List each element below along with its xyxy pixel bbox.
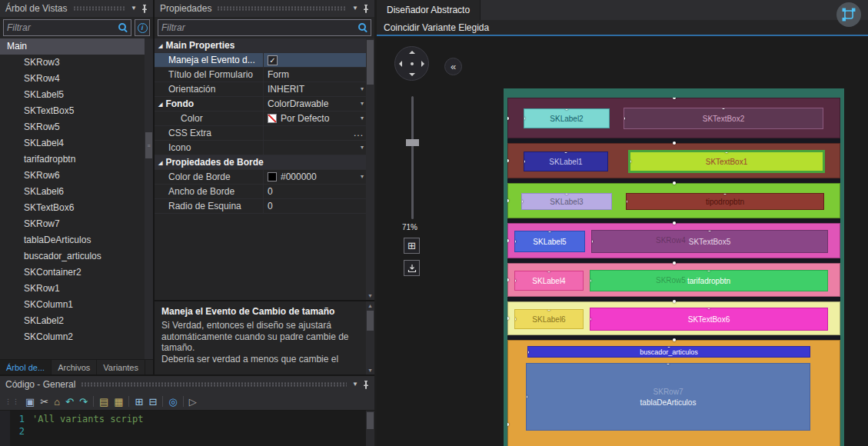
designer-control-tabla-de-articulos[interactable]: SKRow7 tablaDeArticulos bbox=[526, 363, 810, 431]
tree-item[interactable]: SKRow4 bbox=[0, 71, 153, 87]
variant-bar[interactable]: Coincidir Variante Elegida bbox=[377, 20, 868, 35]
dpad-right-icon[interactable] bbox=[421, 61, 424, 67]
tree-filter-input[interactable] bbox=[7, 22, 117, 33]
designer-control-sklabel1[interactable]: SKLabel1 bbox=[524, 151, 608, 171]
chevron-down-icon[interactable]: ▼ bbox=[131, 5, 137, 12]
property-row-resize-event[interactable]: Maneja el Evento d... ✓ bbox=[155, 53, 374, 68]
dpad-left-icon[interactable] bbox=[399, 61, 402, 67]
tree-item[interactable]: SKLabel6 bbox=[0, 184, 153, 200]
add-icon[interactable]: ⊞ bbox=[135, 397, 143, 407]
zoom-slider-thumb[interactable] bbox=[406, 139, 419, 146]
tree-item[interactable]: SKRow7 bbox=[0, 216, 153, 232]
tree-item[interactable]: SKColumn2 bbox=[0, 329, 153, 345]
checkbox-checked[interactable]: ✓ bbox=[268, 55, 278, 65]
tree-item[interactable]: SKContainer2 bbox=[0, 265, 153, 281]
tree-item[interactable]: SKLabel5 bbox=[0, 87, 153, 103]
color-swatch[interactable] bbox=[268, 172, 277, 181]
redo-icon[interactable]: ↷ bbox=[79, 397, 88, 407]
designer-control-sklabel5[interactable]: SKLabel5 bbox=[514, 231, 585, 252]
tab-variantes[interactable]: Variantes bbox=[97, 360, 145, 374]
chevron-down-icon[interactable]: ▾ bbox=[361, 145, 364, 151]
expander-icon[interactable]: ◢ bbox=[158, 43, 162, 48]
designer-control-sktextbox1[interactable]: SKTextBox1 bbox=[628, 150, 825, 173]
chevron-down-icon[interactable]: ▾ bbox=[361, 174, 364, 180]
property-row-border-width[interactable]: Ancho de Borde 0 bbox=[155, 185, 374, 199]
list-icon[interactable]: ▤ bbox=[99, 397, 108, 407]
tree-item[interactable]: SKLabel4 bbox=[0, 135, 153, 151]
property-row-form-title[interactable]: Título del Formulario Form bbox=[155, 68, 374, 82]
expander-icon[interactable]: ◢ bbox=[158, 102, 162, 107]
designer-row-skrow7[interactable]: buscador_articulos SKRow7 tablaDeArticul… bbox=[507, 340, 840, 446]
remove-icon[interactable]: ⊟ bbox=[148, 397, 157, 407]
designer-row-skrow5[interactable]: SKRow5 SKLabel4 tarifadropbtn bbox=[507, 263, 840, 297]
zoom-slider[interactable] bbox=[411, 96, 414, 219]
pin-icon[interactable] bbox=[141, 5, 148, 13]
cut-icon[interactable]: ✂ bbox=[40, 397, 48, 407]
scrollbar-thumb[interactable]: ≡ bbox=[145, 132, 152, 158]
designer-row-skrow4[interactable]: SKRow4 SKLabel5 SKTextBox5 bbox=[507, 223, 840, 258]
pin-icon[interactable] bbox=[362, 5, 370, 13]
tab-disenador-abstracto[interactable]: Diseñador Abstracto bbox=[377, 0, 481, 20]
designer-row-skrow1[interactable]: SKLabel2 SKTextBox2 bbox=[507, 98, 840, 138]
scrollbar-thumb[interactable] bbox=[367, 311, 374, 331]
scroll-down-icon[interactable]: ▼ bbox=[366, 366, 374, 374]
tree-item[interactable]: SKTextBox6 bbox=[0, 200, 153, 216]
designer-control-sktextbox2[interactable]: SKTextBox2 bbox=[624, 108, 823, 129]
table-icon[interactable]: ▦ bbox=[114, 397, 123, 407]
scrollbar-thumb[interactable] bbox=[367, 412, 374, 429]
chevron-down-icon[interactable]: ▾ bbox=[361, 86, 364, 92]
properties-filter-input[interactable] bbox=[161, 22, 357, 33]
property-row-icon[interactable]: Icono ▾ bbox=[155, 141, 374, 155]
designer-control-dropbtn[interactable]: tipodropbtn bbox=[626, 193, 824, 210]
undo-icon[interactable]: ↶ bbox=[65, 397, 74, 407]
scrollbar-thumb[interactable] bbox=[367, 40, 374, 85]
designer-control-sklabel3[interactable]: SKLabel3 bbox=[521, 193, 612, 210]
property-row-orientation[interactable]: Orientación INHERIT ▾ bbox=[155, 82, 374, 97]
property-value[interactable]: Form bbox=[268, 69, 289, 80]
code-scrollbar[interactable] bbox=[366, 411, 374, 446]
property-value[interactable]: Por Defecto bbox=[281, 113, 329, 124]
scroll-up-icon[interactable]: ▲ bbox=[366, 301, 374, 310]
designer-row-skrow3[interactable]: SKLabel3 tipodropbtn bbox=[507, 183, 840, 218]
designer-control-sklabel6[interactable]: SKLabel6 bbox=[514, 309, 584, 329]
property-group-main-properties[interactable]: ◢ Main Properties bbox=[155, 38, 374, 53]
tree-scrollbar[interactable]: ≡ bbox=[145, 38, 153, 359]
designer-row-skrow6[interactable]: SKLabel6 SKTextBox6 bbox=[507, 301, 840, 335]
dpad-down-icon[interactable] bbox=[409, 73, 415, 76]
property-row-corner-radius[interactable]: Radio de Esquina 0 bbox=[155, 199, 374, 214]
designer-control-sklabel4[interactable]: SKLabel4 bbox=[514, 271, 584, 291]
scroll-down-icon[interactable]: ▼ bbox=[366, 291, 374, 300]
tab-arbol-de-vistas[interactable]: Árbol de... bbox=[0, 360, 52, 374]
collapse-button[interactable]: « bbox=[444, 58, 462, 75]
fit-to-screen-button[interactable]: ⊞ bbox=[404, 238, 420, 254]
dpad-control[interactable] bbox=[394, 46, 429, 81]
property-grid-scrollbar[interactable]: ▼ bbox=[366, 38, 374, 300]
ellipsis-button[interactable]: ... bbox=[354, 128, 364, 138]
property-row-background[interactable]: ◢ Fondo ColorDrawable ▾ bbox=[155, 97, 374, 112]
property-value[interactable]: ColorDrawable bbox=[268, 98, 328, 109]
paste-icon[interactable]: ▣ bbox=[25, 397, 35, 407]
home-icon[interactable]: ⌂ bbox=[54, 397, 60, 407]
designer-control-sktextbox5[interactable]: SKTextBox5 bbox=[591, 230, 828, 253]
run-icon[interactable]: ▷ bbox=[189, 397, 197, 407]
design-form[interactable]: SKLabel2 SKTextBox2 SKLabel1 SKTextBox1 bbox=[504, 88, 844, 446]
tree-item[interactable]: SKRow6 bbox=[0, 168, 153, 184]
chevron-down-icon[interactable]: ▾ bbox=[361, 101, 364, 107]
property-value[interactable]: 0 bbox=[268, 201, 273, 211]
tree-item[interactable]: tablaDeArticulos bbox=[0, 232, 153, 248]
design-canvas[interactable]: « 71% ⊞ SKLabel2 SKTextBox2 bbox=[377, 36, 868, 446]
info-button[interactable]: i bbox=[135, 19, 150, 36]
tree-item[interactable]: SKRow3 bbox=[0, 55, 153, 71]
designer-control-sklabel2[interactable]: SKLabel2 bbox=[524, 108, 610, 128]
property-value[interactable]: INHERIT bbox=[268, 84, 304, 95]
chevron-down-icon[interactable]: ▼ bbox=[352, 5, 358, 12]
dpad-up-icon[interactable] bbox=[409, 51, 415, 54]
pin-icon[interactable] bbox=[362, 381, 370, 389]
search-icon[interactable] bbox=[357, 22, 367, 33]
tree-item[interactable]: SKRow1 bbox=[0, 281, 153, 297]
designer-control-buscador-articulos[interactable]: buscador_articulos bbox=[527, 346, 810, 358]
designer-control-tarifadropbtn[interactable]: tarifadropbtn bbox=[590, 270, 828, 291]
tree-item-main[interactable]: Main bbox=[0, 38, 153, 55]
expander-icon[interactable]: ◢ bbox=[158, 160, 162, 165]
property-value[interactable]: #000000 bbox=[281, 171, 317, 182]
